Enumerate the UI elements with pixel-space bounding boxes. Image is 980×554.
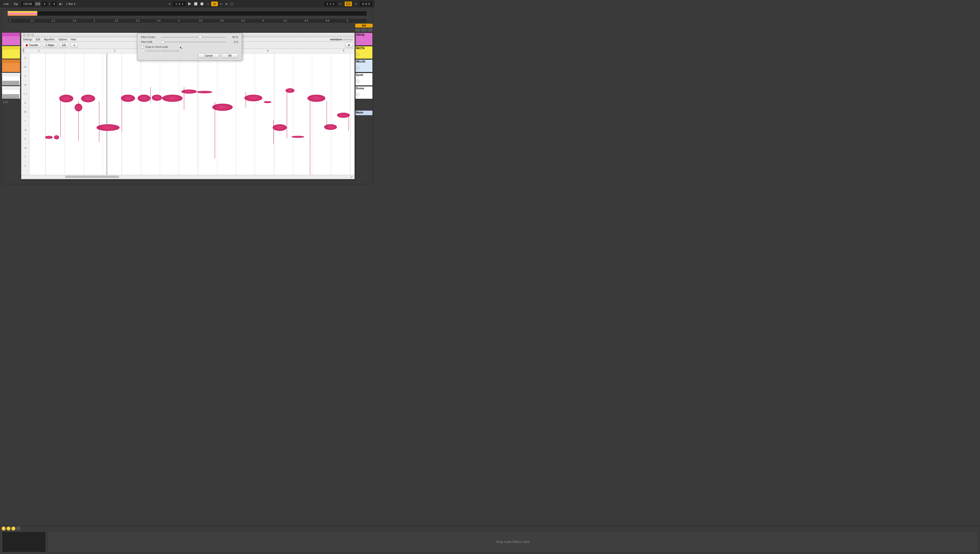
follow-icon[interactable]: ⇥: [167, 2, 171, 6]
track-nectar[interactable]: NECTAR: [2, 46, 20, 59]
pitch-center-label: Pitch Center:: [141, 36, 159, 38]
menu-options[interactable]: Options: [58, 38, 67, 41]
note-blob[interactable]: [152, 95, 162, 101]
loop-icon[interactable]: ◯: [229, 2, 234, 6]
note-blob[interactable]: [307, 95, 325, 102]
session-track-nectar[interactable]: NECTA: [355, 46, 373, 59]
tap-button[interactable]: Tap: [12, 2, 19, 6]
note-blob[interactable]: [324, 124, 337, 130]
punch-out-icon[interactable]: [353, 2, 358, 6]
link-button[interactable]: Link: [2, 2, 10, 6]
track-headers-left: VOCALS NECTAR MELODY Synth Drums 0:00: [2, 10, 20, 184]
metronome-icon[interactable]: ◉•: [58, 2, 63, 6]
bpm-field[interactable]: 120: [59, 43, 69, 48]
back-icon[interactable]: ↤: [219, 2, 223, 6]
note-blob[interactable]: [45, 136, 53, 139]
note-blob[interactable]: [121, 95, 135, 102]
clef-icon: 𝄞: [22, 48, 24, 53]
note-blob[interactable]: [59, 95, 73, 102]
snap-checkbox[interactable]: [141, 46, 144, 48]
pitch-center-slider[interactable]: [161, 37, 226, 38]
include-checkbox: [141, 49, 144, 52]
menu-algorithm[interactable]: Algorithm: [44, 38, 54, 41]
automation-arm[interactable]: [211, 2, 218, 6]
close-icon[interactable]: [23, 33, 26, 36]
editor-scrollbar[interactable]: ⤢: [21, 175, 355, 178]
note-blob[interactable]: [273, 124, 287, 131]
svg-rect-2: [347, 3, 350, 5]
link-icon[interactable]: ⚭: [70, 43, 78, 48]
svg-rect-0: [194, 2, 197, 5]
timeline-ruler[interactable]: 1 1.2 1.3 1.4 2 2.2 2.3 2.4 3 3.2 3.3 3.…: [8, 19, 367, 23]
include-label: Include notes edited manually: [145, 49, 179, 52]
note-blob[interactable]: [291, 136, 304, 138]
note-area[interactable]: [30, 54, 355, 175]
stop-button[interactable]: [193, 2, 198, 6]
overdub-plus-icon[interactable]: +: [206, 2, 210, 6]
nav-prev[interactable]: [355, 29, 361, 32]
capture-icon[interactable]: ⊕: [224, 2, 229, 6]
timesig-num[interactable]: 4: [42, 2, 47, 6]
quantize-menu[interactable]: 1 Bar ▾: [65, 2, 76, 6]
expand-icon[interactable]: [356, 40, 360, 43]
session-track-synth[interactable]: Synth: [355, 73, 373, 86]
session-track-vocals[interactable]: VOCAL: [355, 33, 373, 46]
key-selector[interactable]: C Major: [43, 43, 57, 48]
brand-logo: melodyne essential: [330, 38, 353, 41]
session-track-drums[interactable]: Drums: [355, 86, 373, 99]
ok-button[interactable]: OK: [222, 53, 238, 58]
note-blob[interactable]: [138, 95, 151, 102]
expand-icon[interactable]: [356, 93, 360, 96]
pitch-drift-value: 0 %: [228, 41, 238, 43]
nav-play[interactable]: [367, 29, 373, 32]
note-blob[interactable]: [212, 103, 233, 111]
note-blob[interactable]: [244, 95, 262, 101]
expand-icon[interactable]: [356, 80, 360, 83]
note-blob[interactable]: [81, 95, 95, 102]
tempo-field[interactable]: 120.00: [21, 2, 34, 6]
expand-icon[interactable]: [356, 53, 360, 56]
metronome-bars-icon[interactable]: [35, 2, 40, 6]
menu-settings[interactable]: Settings: [23, 38, 32, 41]
session-track-melody[interactable]: MELOD: [355, 59, 373, 72]
note-blob[interactable]: [162, 95, 183, 102]
note-blob[interactable]: [264, 101, 271, 103]
set-button[interactable]: Set: [355, 24, 373, 27]
maximize-icon[interactable]: [31, 33, 34, 36]
menu-help[interactable]: Help: [71, 38, 76, 41]
session-sidebar: Set VOCAL NECTA MELOD Synth Drums Maste: [355, 24, 373, 116]
session-master[interactable]: Maste: [355, 110, 373, 116]
loop-length[interactable]: 4. 0. 0: [360, 2, 372, 6]
loop-start[interactable]: 1. 1. 1: [324, 2, 337, 6]
piano-keys[interactable]: E Eb D Db C 4 B Bb A Ab G Gb F E: [21, 54, 30, 175]
loop-switch[interactable]: [345, 2, 352, 6]
arrangement-position[interactable]: 1. 4. 1: [173, 2, 186, 6]
note-blob[interactable]: [337, 113, 350, 118]
cancel-button[interactable]: Cancel: [198, 53, 219, 58]
transfer-button[interactable]: Transfer: [23, 43, 41, 48]
minimize-icon[interactable]: [27, 33, 30, 36]
menu-edit[interactable]: Edit: [36, 38, 40, 41]
transport-bar: Link Tap 120.00 4 / 4 ◉• 1 Bar ▾ ⇥ 1. 4.…: [0, 0, 374, 8]
nav-next[interactable]: [361, 29, 366, 32]
expand-icon[interactable]: [356, 66, 360, 70]
track-vocals[interactable]: VOCALS: [2, 33, 20, 46]
arrangement-overview[interactable]: [8, 11, 367, 16]
track-melody[interactable]: MELODY: [2, 59, 20, 72]
note-blob[interactable]: [181, 89, 197, 94]
play-button[interactable]: [187, 2, 192, 6]
gear-icon[interactable]: ⚙: [345, 43, 353, 48]
note-blob[interactable]: [54, 135, 59, 139]
note-blob[interactable]: [97, 124, 119, 131]
pitch-center-value: 60 %: [228, 36, 238, 38]
scrollbar-thumb[interactable]: [65, 176, 119, 178]
timesig-den[interactable]: 4: [51, 2, 57, 6]
melodyne-editor[interactable]: 𝄞 1 2 3 4 5 E Eb D Db C 4 B Bb A Ab G Gb…: [21, 49, 355, 175]
punch-in-icon[interactable]: [339, 2, 343, 6]
zoom-tool-icon[interactable]: ⤢: [350, 175, 353, 179]
record-button[interactable]: [200, 2, 204, 6]
pitch-drift-slider[interactable]: [161, 42, 226, 43]
note-blob[interactable]: [197, 91, 212, 93]
track-drums[interactable]: Drums: [2, 86, 20, 99]
track-synth[interactable]: Synth: [2, 73, 20, 86]
